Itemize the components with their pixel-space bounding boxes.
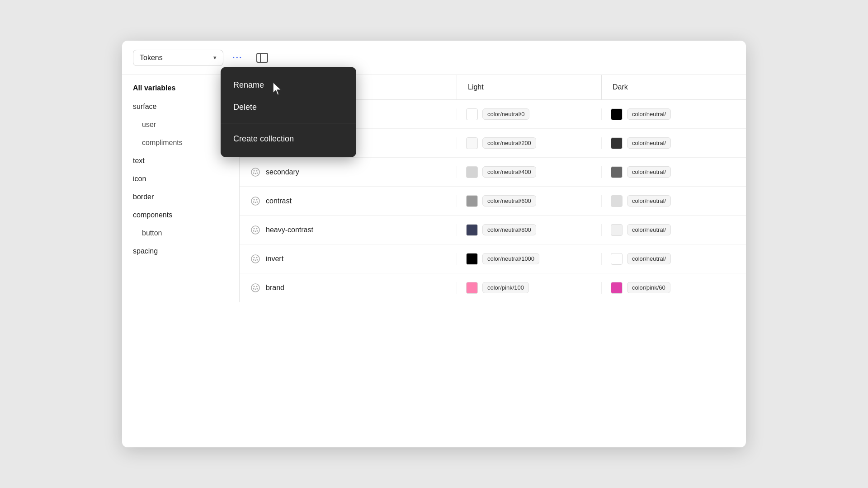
dark-value-pill[interactable]: color/neutral/ [627, 137, 671, 149]
table-row: secondary color/neutral/400 color/neutra… [240, 158, 746, 187]
svg-point-37 [257, 259, 258, 260]
rename-menu-item[interactable]: Rename [221, 74, 356, 96]
color-palette-icon [250, 254, 260, 264]
row-name-label: contrast [266, 197, 292, 205]
dark-value-pill[interactable]: color/neutral/ [627, 166, 671, 178]
sidebar-item-spacing[interactable]: spacing [122, 242, 239, 260]
row-name-cell: contrast [240, 196, 457, 206]
dark-color-swatch[interactable] [611, 108, 623, 120]
dark-value-cell: color/neutral/ [601, 137, 746, 149]
light-value-cell: color/neutral/400 [457, 166, 601, 178]
row-name-label: heavy-contrast [266, 226, 313, 234]
svg-point-14 [251, 168, 259, 176]
dark-value-pill[interactable]: color/neutral/ [627, 195, 671, 206]
light-value-cell: color/pink/100 [457, 282, 601, 294]
dark-color-swatch[interactable] [611, 137, 623, 149]
svg-point-33 [254, 257, 255, 258]
sidebar-item-components[interactable]: components [122, 206, 239, 224]
svg-point-28 [256, 228, 258, 229]
light-value-cell: color/neutral/1000 [457, 253, 601, 265]
light-value-pill[interactable]: color/neutral/400 [482, 166, 536, 178]
dark-color-swatch[interactable] [611, 195, 623, 207]
svg-point-24 [253, 201, 255, 202]
svg-point-32 [251, 255, 259, 263]
svg-point-40 [256, 286, 258, 287]
light-value-cell: color/neutral/200 [457, 137, 601, 149]
light-value-pill[interactable]: color/neutral/200 [482, 137, 536, 149]
dark-color-swatch[interactable] [611, 224, 623, 236]
svg-point-43 [257, 288, 258, 289]
light-value-pill[interactable]: color/neutral/1000 [482, 253, 539, 264]
create-collection-menu-item[interactable]: Create collection [221, 128, 356, 150]
dark-color-swatch[interactable] [611, 253, 623, 265]
dots-icon: ··· [232, 52, 243, 63]
light-value-cell: color/neutral/600 [457, 195, 601, 207]
svg-point-42 [253, 288, 255, 289]
row-name-cell: brand [240, 283, 457, 293]
svg-point-26 [251, 226, 259, 234]
light-value-cell: color/neutral/800 [457, 224, 601, 236]
chevron-down-icon: ▾ [213, 54, 217, 61]
svg-point-38 [251, 284, 259, 292]
light-color-swatch[interactable] [466, 253, 478, 265]
tokens-label: Tokens [140, 54, 163, 62]
svg-point-21 [254, 199, 255, 200]
dark-value-pill[interactable]: color/pink/60 [627, 282, 670, 293]
row-name-cell: invert [240, 254, 457, 264]
delete-menu-item[interactable]: Delete [221, 96, 356, 118]
sidebar-item-icon[interactable]: icon [122, 170, 239, 188]
light-color-swatch[interactable] [466, 195, 478, 207]
svg-point-41 [255, 288, 256, 290]
dark-color-swatch[interactable] [611, 282, 623, 294]
row-name-label: secondary [266, 168, 299, 176]
svg-point-30 [253, 230, 255, 231]
light-color-swatch[interactable] [466, 137, 478, 149]
row-name-label: brand [266, 284, 284, 292]
svg-point-25 [257, 201, 258, 202]
light-value-pill[interactable]: color/pink/100 [482, 282, 529, 293]
light-value-pill[interactable]: color/neutral/600 [482, 195, 536, 206]
more-options-button[interactable]: ··· [228, 49, 247, 66]
svg-point-23 [255, 202, 256, 203]
sidebar-item-button[interactable]: button [122, 224, 239, 242]
light-value-pill[interactable]: color/neutral/800 [482, 224, 536, 235]
table-row: brand color/pink/100 color/pink/60 [240, 273, 746, 302]
svg-point-31 [257, 230, 258, 231]
sidebar-item-border[interactable]: border [122, 188, 239, 206]
light-color-swatch[interactable] [466, 282, 478, 294]
dark-value-cell: color/neutral/ [601, 224, 746, 236]
menu-divider [221, 123, 356, 123]
svg-point-34 [256, 257, 258, 258]
panel-toggle-button[interactable] [252, 49, 273, 66]
light-color-swatch[interactable] [466, 166, 478, 178]
panel-icon [256, 53, 268, 63]
row-name-cell: secondary [240, 167, 457, 177]
svg-rect-0 [257, 53, 268, 62]
table-header-dark: Dark [601, 75, 746, 99]
row-name-cell: heavy-contrast [240, 225, 457, 235]
color-palette-icon [250, 196, 260, 206]
svg-point-16 [256, 170, 258, 171]
table-row: heavy-contrast color/neutral/800 color/n… [240, 216, 746, 244]
app-window: Tokens ▾ ··· Rename Delete Create collec… [122, 41, 746, 447]
dark-value-pill[interactable]: color/neutral/ [627, 224, 671, 235]
svg-point-35 [255, 259, 256, 261]
dark-value-pill[interactable]: color/neutral/ [627, 253, 671, 264]
context-menu: Rename Delete Create collection [221, 67, 356, 157]
tokens-dropdown[interactable]: Tokens ▾ [133, 50, 223, 66]
dark-value-pill[interactable]: color/neutral/ [627, 108, 671, 120]
svg-point-17 [255, 173, 256, 174]
light-value-pill[interactable]: color/neutral/0 [482, 108, 529, 120]
dark-value-cell: color/neutral/ [601, 253, 746, 265]
svg-point-18 [253, 172, 255, 174]
table-row: invert color/neutral/1000 color/neutral/ [240, 244, 746, 273]
color-palette-icon [250, 167, 260, 177]
dark-value-cell: color/neutral/ [601, 108, 746, 120]
svg-point-22 [256, 199, 258, 200]
toolbar: Tokens ▾ ··· Rename Delete Create collec… [122, 41, 746, 75]
light-color-swatch[interactable] [466, 224, 478, 236]
dark-color-swatch[interactable] [611, 166, 623, 178]
light-value-cell: color/neutral/0 [457, 108, 601, 120]
svg-point-19 [257, 172, 258, 174]
light-color-swatch[interactable] [466, 108, 478, 120]
